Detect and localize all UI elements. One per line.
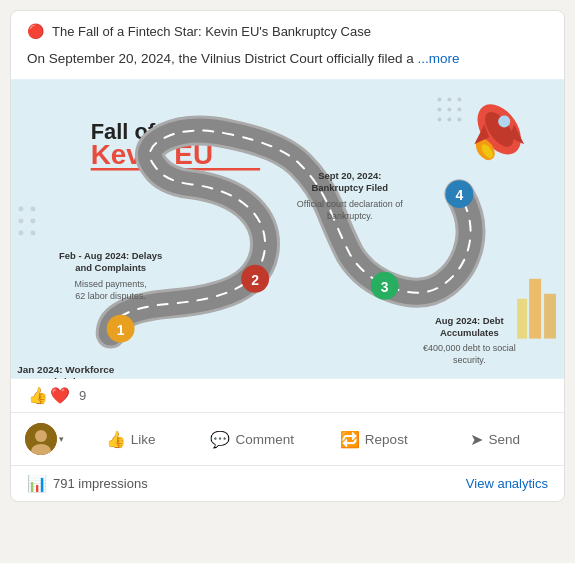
impressions-row: 📊 791 impressions View analytics (11, 466, 564, 501)
svg-text:Missed payments,: Missed payments, (75, 279, 147, 289)
repost-label: Repost (365, 432, 408, 447)
svg-rect-46 (544, 294, 556, 339)
svg-rect-45 (529, 279, 541, 339)
svg-point-7 (437, 118, 441, 122)
repost-button[interactable]: 🔁 Repost (313, 422, 435, 457)
svg-rect-47 (517, 299, 527, 339)
svg-text:Bankruptcy Filed: Bankruptcy Filed (311, 182, 388, 193)
svg-text:€400,000 debt to social: €400,000 debt to social (423, 343, 516, 353)
post-infographic: Fall of Kevin EU (11, 79, 564, 379)
like-button[interactable]: 👍 Like (70, 422, 192, 457)
svg-text:Sept 20, 2024:: Sept 20, 2024: (318, 170, 381, 181)
reaction-count: 9 (79, 388, 86, 403)
impressions-left: 📊 791 impressions (27, 474, 148, 493)
svg-point-8 (447, 118, 451, 122)
svg-point-1 (437, 98, 441, 102)
svg-text:3: 3 (381, 279, 389, 295)
avatar (25, 423, 57, 455)
svg-text:Shrinks: Shrinks (48, 377, 85, 380)
svg-text:2: 2 (251, 272, 259, 288)
svg-text:4: 4 (455, 187, 463, 203)
post-header: 🔴 The Fall of a Fintech Star: Kevin EU's… (11, 11, 564, 45)
svg-point-51 (30, 219, 35, 224)
svg-text:Official court declaration of: Official court declaration of (297, 199, 403, 209)
fire-icon: 🔴 (27, 23, 44, 39)
svg-point-3 (457, 98, 461, 102)
chevron-down-icon: ▾ (59, 434, 64, 444)
svg-text:1: 1 (117, 322, 125, 338)
reaction-icons: 👍 ❤️ (27, 385, 71, 406)
svg-text:Feb - Aug 2024: Delays: Feb - Aug 2024: Delays (59, 250, 162, 261)
comment-icon: 💬 (210, 430, 230, 449)
post-body: On September 20, 2024, the Vilnius Distr… (11, 45, 564, 79)
svg-text:Aug 2024: Debt: Aug 2024: Debt (435, 315, 505, 326)
svg-point-53 (30, 231, 35, 236)
heart-emoji: ❤️ (49, 385, 71, 406)
svg-text:bankruptcy.: bankruptcy. (327, 211, 373, 221)
send-icon: ➤ (470, 430, 483, 449)
avatar-dropdown[interactable]: ▾ (19, 415, 70, 463)
comment-button[interactable]: 💬 Comment (192, 422, 314, 457)
svg-text:security.: security. (453, 355, 486, 365)
svg-point-49 (30, 207, 35, 212)
post-title: The Fall of a Fintech Star: Kevin EU's B… (52, 24, 371, 39)
svg-point-5 (447, 108, 451, 112)
bar-chart-icon: 📊 (27, 474, 47, 493)
send-label: Send (488, 432, 520, 447)
repost-icon: 🔁 (340, 430, 360, 449)
svg-point-9 (457, 118, 461, 122)
svg-text:62 labor disputes.: 62 labor disputes. (75, 291, 146, 301)
svg-text:Accumulates: Accumulates (440, 327, 499, 338)
comment-label: Comment (235, 432, 294, 447)
view-analytics-link[interactable]: View analytics (466, 476, 548, 491)
like-icon: 👍 (106, 430, 126, 449)
like-label: Like (131, 432, 156, 447)
svg-point-55 (35, 430, 47, 442)
svg-text:Jan 2024: Workforce: Jan 2024: Workforce (17, 365, 115, 376)
svg-point-2 (447, 98, 451, 102)
send-button[interactable]: ➤ Send (435, 422, 557, 457)
like-emoji: 👍 (27, 385, 49, 406)
svg-point-48 (18, 207, 23, 212)
svg-point-6 (457, 108, 461, 112)
svg-text:and Complaints: and Complaints (75, 262, 146, 273)
svg-point-4 (437, 108, 441, 112)
svg-point-50 (18, 219, 23, 224)
svg-point-52 (18, 231, 23, 236)
impressions-text: 791 impressions (53, 476, 148, 491)
reactions-row: 👍 ❤️ 9 (11, 379, 564, 413)
post-card: 🔴 The Fall of a Fintech Star: Kevin EU's… (10, 10, 565, 502)
body-text: On September 20, 2024, the Vilnius Distr… (27, 51, 414, 66)
ellipsis-more[interactable]: ...more (417, 51, 459, 66)
actions-row: ▾ 👍 Like 💬 Comment 🔁 Repost ➤ Send (11, 413, 564, 466)
